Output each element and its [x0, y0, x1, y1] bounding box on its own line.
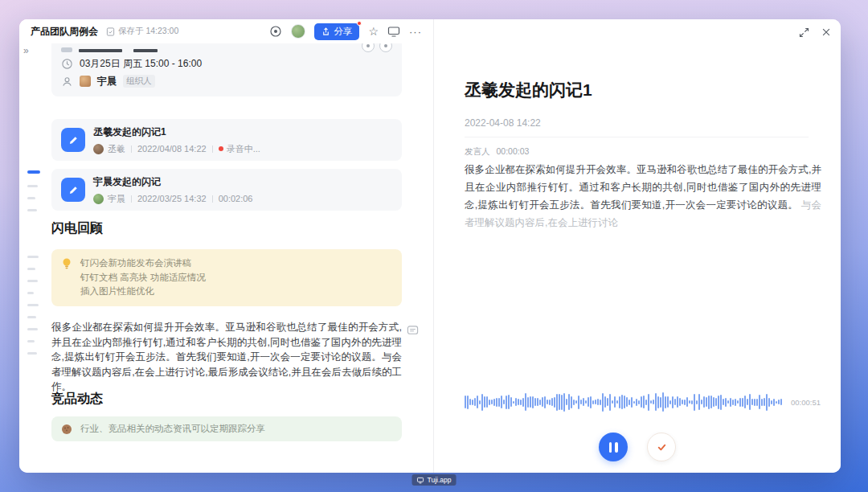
document-header: 产品团队周例会 保存于 14:23:00 分享	[19, 19, 433, 43]
flashnote-icon	[61, 178, 85, 202]
highlight-block-competitors: 行业、竞品相关的动态资讯可以定期跟踪分享	[51, 416, 402, 441]
detail-title: 丞羲发起的闪记1	[465, 79, 592, 101]
document-paragraph: 很多企业都在探索如何提升开会效率。亚马逊和谷歌也总结了最佳的开会方式,并且在企业…	[51, 320, 402, 395]
author-avatar	[93, 144, 104, 154]
app-window: 产品团队周例会 保存于 14:23:00 分享	[19, 19, 841, 473]
review-line: 钉钉文档 高亮块 功能适应情况	[80, 271, 206, 285]
flashnote-icon	[61, 128, 85, 152]
clipped-text	[133, 49, 158, 52]
coconut-icon	[61, 424, 72, 435]
heading-review: 闪电回顾	[51, 220, 402, 237]
finish-button[interactable]	[647, 433, 676, 461]
audio-waveform[interactable]	[465, 391, 784, 413]
flashnote-date: 2022/03/25 14:32	[137, 194, 207, 203]
flashnote-author: 丞羲	[108, 143, 125, 155]
record-status-icon[interactable]	[269, 25, 282, 38]
audio-duration: 00:00:51	[791, 398, 821, 407]
pause-button[interactable]	[599, 433, 628, 461]
meeting-time: 03月25日 周五 15:00 - 16:00	[80, 57, 202, 71]
clipped-text	[79, 49, 122, 52]
flashnote-meta: 丞羲 2022/04/08 14:22 录音中...	[93, 143, 260, 155]
flashnote-date: 2022/04/08 14:22	[137, 144, 207, 154]
collaborator-avatar[interactable]	[291, 24, 305, 39]
more-icon[interactable]: ···	[409, 27, 422, 37]
review-lines: 钉闪会新功能发布会演讲稿 钉钉文档 高亮块 功能适应情况 插入图片性能优化	[80, 256, 206, 299]
outline-rail[interactable]	[27, 19, 43, 473]
flashnote-card-2[interactable]: 宇晨发起的闪记 宇晨 2022/03/25 14:32 00:02:06	[51, 169, 402, 211]
recording-controls	[434, 433, 841, 461]
meta-separator	[131, 195, 132, 203]
comment-icon[interactable]	[407, 325, 419, 337]
document-panel: 产品团队周例会 保存于 14:23:00 分享	[19, 19, 434, 473]
transcript-final-text: 很多企业都在探索如何提升开会效率。亚马逊和谷歌也总结了最佳的开会方式,并且在企业…	[465, 164, 821, 211]
expand-sidebar-icon[interactable]: »	[23, 46, 29, 55]
save-status: 保存于 14:23:00	[106, 26, 178, 37]
header-actions: 分享 ☆ ···	[269, 23, 422, 40]
meta-separator	[212, 146, 213, 153]
check-icon	[655, 441, 669, 454]
share-button-label: 分享	[334, 26, 352, 38]
flashnote-author: 宇晨	[108, 193, 125, 205]
flashnote-card-body: 丞羲发起的闪记1 丞羲 2022/04/08 14:22 录音中...	[93, 125, 260, 155]
speaker-timestamp: 00:00:03	[497, 146, 530, 158]
flashnote-meta: 宇晨 2022/03/25 14:32 00:02:06	[93, 193, 252, 205]
close-icon[interactable]	[821, 27, 832, 38]
detail-date: 2022-04-08 14:22	[465, 117, 541, 129]
expand-icon[interactable]	[798, 27, 810, 39]
saved-doc-icon	[106, 27, 115, 36]
share-icon	[321, 27, 330, 36]
flashnote-title: 宇晨发起的闪记	[93, 175, 252, 189]
organizer-avatar	[80, 76, 91, 87]
author-avatar	[93, 194, 104, 204]
meeting-organizer-row: 宇晨 组织人	[61, 72, 392, 90]
meta-separator	[212, 195, 213, 203]
app-icon	[417, 477, 424, 484]
flashnote-status: 录音中...	[227, 143, 260, 155]
save-status-text: 保存于 14:23:00	[118, 26, 178, 37]
highlight-block-review: 钉闪会新功能发布会演讲稿 钉钉文档 高亮块 功能适应情况 插入图片性能优化	[51, 249, 402, 306]
flashnote-card-body: 宇晨发起的闪记 宇晨 2022/03/25 14:32 00:02:06	[93, 175, 252, 205]
meeting-time-row: 03月25日 周五 15:00 - 16:00	[61, 55, 392, 72]
star-icon[interactable]: ☆	[368, 26, 379, 37]
detail-header	[434, 19, 841, 45]
review-line: 钉闪会新功能发布会演讲稿	[80, 256, 206, 271]
flashnote-duration: 00:02:06	[219, 194, 253, 203]
bulb-icon	[61, 257, 72, 299]
audio-row: 00:00:51	[465, 391, 821, 413]
meta-separator	[131, 146, 132, 153]
clock-icon	[61, 58, 73, 70]
flashnote-card-1[interactable]: 丞羲发起的闪记1 丞羲 2022/04/08 14:22 录音中...	[51, 119, 402, 161]
present-icon[interactable]	[387, 26, 400, 38]
flashnote-detail-panel: 丞羲发起的闪记1 2022-04-08 14:22 发言人 00:00:03 很…	[434, 19, 841, 473]
flashnote-title: 丞羲发起的闪记1	[93, 125, 260, 139]
speaker-label: 发言人	[465, 146, 490, 158]
share-button[interactable]: 分享	[314, 23, 359, 40]
watermark-text: Tuji.app	[428, 476, 452, 484]
heading-competitors: 竞品动态	[51, 391, 402, 408]
clipped-icon	[61, 47, 72, 52]
document-title: 产品团队周例会	[31, 25, 98, 39]
notification-dot	[357, 21, 362, 26]
review-line: 插入图片性能优化	[80, 285, 206, 299]
competitor-line: 行业、竞品相关的动态资讯可以定期跟踪分享	[80, 423, 265, 435]
recording-dot	[219, 146, 223, 151]
watermark-badge: Tuji.app	[412, 474, 457, 486]
organizer-tag: 组织人	[123, 75, 155, 88]
pause-icon	[609, 442, 612, 453]
detail-divider	[465, 137, 809, 137]
speaker-row: 发言人 00:00:03	[465, 146, 529, 158]
organizer-name: 宇晨	[97, 75, 117, 88]
person-icon	[61, 76, 73, 88]
transcript: 很多企业都在探索如何提升开会效率。亚马逊和谷歌也总结了最佳的开会方式,并且在企业…	[465, 161, 821, 232]
